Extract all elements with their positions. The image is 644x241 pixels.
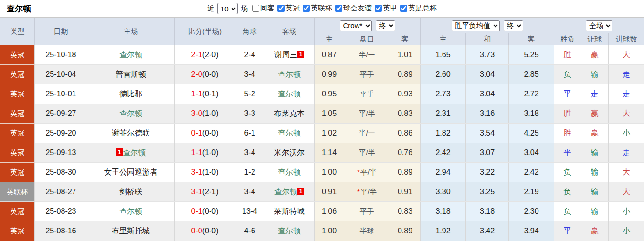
team-name[interactable]: 查尔顿 <box>119 109 142 117</box>
corners-cell: 5-2 <box>235 84 264 104</box>
red-card-badge: 1 <box>297 51 305 58</box>
matches-label: 场 <box>241 4 248 13</box>
handicap-cell: 半/一 <box>344 124 390 143</box>
team-name[interactable]: 查尔顿 <box>278 168 301 176</box>
home-team-cell[interactable]: 剑桥联 <box>87 182 175 202</box>
odds-away-cell: 0.89 <box>390 221 421 241</box>
col-header-score: 比分(半场) <box>175 18 235 45</box>
corners-cell: 1-2 <box>235 163 264 182</box>
match-row: 英冠 25-10-04 普雷斯顿 2-0(0-0) 3-4 查尔顿 0.99 平… <box>0 65 644 84</box>
filter-checkbox[interactable] <box>277 5 285 12</box>
team-name[interactable]: 查尔顿 <box>278 70 301 78</box>
avg-home-cell: 3.18 <box>421 202 466 221</box>
odds-away-cell: 0.91 <box>390 182 421 202</box>
odds-time-select[interactable]: 终 <box>376 20 395 31</box>
team-name[interactable]: 布里斯托城 <box>112 227 150 235</box>
score-fulltime: 0-1 <box>191 207 202 215</box>
away-team-cell[interactable]: 查尔顿 <box>264 124 315 143</box>
odds-company-select[interactable]: Crow* <box>340 20 372 31</box>
filter-英足总杯[interactable]: 英足总杯 <box>400 4 437 13</box>
away-team-cell[interactable]: 查尔顿1 <box>264 182 315 202</box>
away-team-cell[interactable]: 查尔顿 <box>264 65 315 84</box>
score-fulltime: 1-1 <box>191 148 202 157</box>
home-team-cell[interactable]: 查尔顿 <box>87 45 175 65</box>
result-goals-cell: 走 <box>609 65 644 84</box>
match-row: 英冠 25-08-16 布里斯托城 0-0(0-0) 4-6 查尔顿 1.00 … <box>0 221 644 241</box>
filter-checkbox[interactable] <box>335 5 342 12</box>
corners-cell: 2-4 <box>235 45 264 65</box>
home-team-cell[interactable]: 德比郡 <box>87 84 175 104</box>
avg-type-select[interactable]: 胜平负均值 <box>452 20 500 31</box>
home-team-cell[interactable]: 1查尔顿 <box>87 143 175 163</box>
team-name[interactable]: 查尔顿 <box>278 227 301 235</box>
odds-home-cell: 0.91 <box>315 182 344 202</box>
away-team-cell[interactable]: 谢周三1 <box>264 45 315 65</box>
filter-checkbox[interactable] <box>400 5 407 12</box>
team-name[interactable]: 德比郡 <box>119 90 142 98</box>
avg-away-cell: 2.30 <box>509 202 554 221</box>
home-team-cell[interactable]: 查尔顿 <box>87 202 175 221</box>
team-name[interactable]: 查尔顿 <box>278 129 301 137</box>
team-name[interactable]: 谢周三 <box>274 51 297 59</box>
handicap-cell: 平/半 <box>344 143 390 163</box>
team-name[interactable]: 查尔顿 <box>119 207 142 215</box>
filter-checkbox[interactable] <box>252 5 259 12</box>
away-team-cell[interactable]: 米尔沃尔 <box>264 143 315 163</box>
handicap-cell: *平/半 <box>344 163 390 182</box>
result-goals-cell: 大 <box>609 163 644 182</box>
score-cell: 2-1(2-0) <box>175 45 235 65</box>
team-name[interactable]: 查尔顿 <box>123 148 146 157</box>
away-team-cell[interactable]: 查尔顿 <box>264 84 315 104</box>
away-team-cell[interactable]: 布莱克本 <box>264 104 315 124</box>
odds-home-cell: 0.87 <box>315 45 344 65</box>
home-team-cell[interactable]: 布里斯托城 <box>87 221 175 241</box>
away-team-cell[interactable]: 查尔顿 <box>264 163 315 182</box>
team-name[interactable]: 女王公园巡游者 <box>104 168 158 176</box>
score-cell: 0-0(0-0) <box>175 221 235 241</box>
odds-away-cell: 0.83 <box>390 202 421 221</box>
filter-checkbox[interactable] <box>375 5 382 12</box>
team-name[interactable]: 谢菲尔德联 <box>112 129 150 137</box>
league-cell: 英冠 <box>0 221 35 241</box>
team-name[interactable]: 米尔沃尔 <box>274 148 305 157</box>
result-goals-cell: 大 <box>609 45 644 65</box>
league-cell: 英联杯 <box>0 182 35 202</box>
score-cell: 3-1(1-0) <box>175 163 235 182</box>
team-name[interactable]: 剑桥联 <box>119 188 142 196</box>
home-team-cell[interactable]: 普雷斯顿 <box>87 65 175 84</box>
filter-英联杯[interactable]: 英联杯 <box>303 4 332 13</box>
result-scope-select[interactable]: 全场 <box>586 20 612 31</box>
filter-球会友谊[interactable]: 球会友谊 <box>335 4 372 13</box>
team-name[interactable]: 普雷斯顿 <box>116 70 146 78</box>
team-name[interactable]: 查尔顿 <box>278 90 301 98</box>
team-name[interactable]: 查尔顿 <box>119 51 142 59</box>
result-goals-cell: 小 <box>609 202 644 221</box>
away-team-cell[interactable]: 莱斯特城 <box>264 202 315 221</box>
team-name[interactable]: 布莱克本 <box>274 109 305 117</box>
corners-cell: 4-6 <box>235 221 264 241</box>
team-name[interactable]: 莱斯特城 <box>274 207 305 215</box>
result-handicap-cell: 输 <box>581 65 609 84</box>
result-goals-cell: 小 <box>609 124 644 143</box>
home-team-cell[interactable]: 查尔顿 <box>87 104 175 124</box>
score-cell: 0-1(0-0) <box>175 124 235 143</box>
col-header-date: 日期 <box>35 18 87 45</box>
filter-checkbox[interactable] <box>303 5 310 12</box>
avg-time-select[interactable]: 终 <box>504 20 523 31</box>
match-row: 英冠 25-10-01 德比郡 1-1(0-1) 5-2 查尔顿 0.95 平手… <box>0 84 644 104</box>
league-cell: 英冠 <box>0 45 35 65</box>
home-team-cell[interactable]: 女王公园巡游者 <box>87 163 175 182</box>
recent-count-select[interactable]: 10 <box>217 3 238 14</box>
home-team-cell[interactable]: 谢菲尔德联 <box>87 124 175 143</box>
odds-away-cell: 0.76 <box>390 143 421 163</box>
team-name[interactable]: 查尔顿 <box>274 188 297 196</box>
corners-cell: 3-3 <box>235 104 264 124</box>
filter-英冠[interactable]: 英冠 <box>277 4 300 13</box>
away-team-cell[interactable]: 查尔顿 <box>264 221 315 241</box>
score-fulltime: 3-1 <box>191 188 202 196</box>
date-cell: 25-08-16 <box>35 221 87 241</box>
avg-draw-cell: 3.16 <box>466 104 509 124</box>
filter-同客[interactable]: 同客 <box>252 4 274 13</box>
filter-英甲[interactable]: 英甲 <box>375 4 397 13</box>
result-goals-cell: 走 <box>609 84 644 104</box>
